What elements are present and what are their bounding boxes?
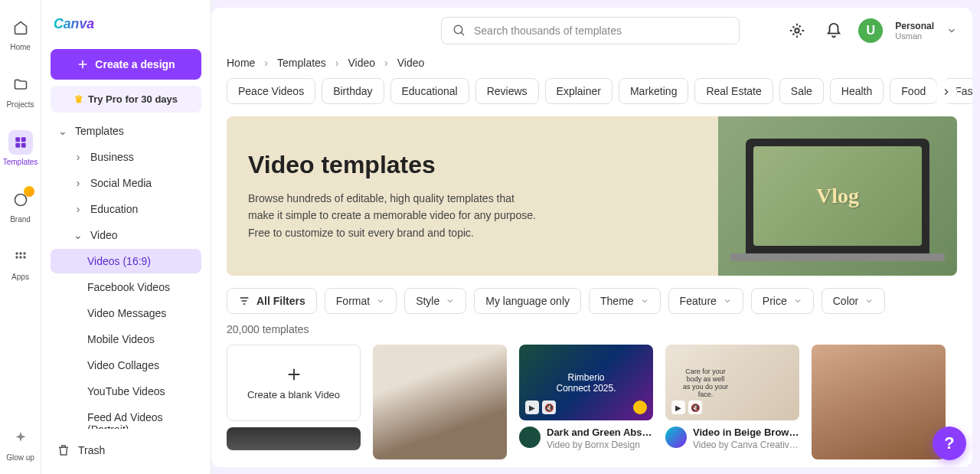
filter-feature[interactable]: Feature (668, 288, 743, 314)
template-card-beige[interactable]: Care for your body as well as you do you… (665, 345, 799, 459)
tree-feed-ad-videos[interactable]: Feed Ad Videos (Portrait) (51, 405, 201, 429)
chip-reviews[interactable]: Reviews (475, 78, 539, 104)
chip-explainer[interactable]: Explainer (545, 78, 612, 104)
creator-avatar (665, 427, 687, 448)
template-thumb (373, 345, 507, 459)
canva-logo[interactable]: Canva (51, 9, 201, 43)
mute-icon: 🔇 (688, 400, 702, 414)
card-title: Dark and Green Abstra... (547, 427, 653, 438)
tree-education[interactable]: ›Education (51, 197, 201, 221)
chevron-right-icon (941, 87, 952, 97)
rail-glow-label: Glow up (6, 453, 34, 462)
chevron-right-icon: › (72, 151, 84, 163)
tree-business[interactable]: ›Business (51, 145, 201, 169)
tree-video[interactable]: ⌄Video (51, 223, 201, 247)
category-chips: Peace Videos Birthday Educational Review… (211, 78, 972, 116)
chevron-right-icon: › (384, 57, 388, 69)
template-card-dark[interactable]: Rimberio Connect 2025. ▶🔇 Dark and Green… (519, 345, 653, 459)
card-creator: Video by Canva Creative St... (693, 440, 799, 450)
chevron-right-icon: › (264, 57, 268, 69)
filter-format[interactable]: Format (325, 288, 397, 314)
create-design-label: Create a design (95, 58, 175, 70)
rail-glow-up[interactable]: Glow up (0, 423, 41, 465)
home-icon (8, 15, 33, 40)
rail-home[interactable]: Home (0, 12, 41, 54)
crumb-templates[interactable]: Templates (277, 57, 326, 69)
create-blank-label: Create a blank Video (247, 389, 340, 400)
chip-educational[interactable]: Educational (390, 78, 469, 104)
chip-real-estate[interactable]: Real Estate (694, 78, 773, 104)
template-card[interactable] (373, 345, 507, 459)
tree-video-messages[interactable]: Video Messages (51, 301, 201, 325)
chevron-down-icon (793, 296, 802, 306)
notifications-button[interactable] (822, 18, 846, 43)
chip-peace-videos[interactable]: Peace Videos (227, 78, 315, 104)
tree-youtube-videos[interactable]: YouTube Videos (51, 379, 201, 404)
settings-button[interactable] (785, 18, 809, 43)
chevron-down-icon: ⌄ (57, 125, 69, 137)
gear-icon (789, 22, 805, 39)
try-pro-button[interactable]: ♛ Try Pro for 30 days (51, 86, 201, 113)
chip-birthday[interactable]: Birthday (322, 78, 384, 104)
search-box[interactable] (441, 17, 740, 44)
tree-facebook-videos[interactable]: Facebook Videos (51, 275, 201, 299)
tree-video-collages[interactable]: Video Collages (51, 353, 201, 378)
rail-apps[interactable]: Apps (0, 242, 41, 284)
template-grid: Create a blank Video Rimberio Connect 20… (211, 345, 972, 459)
premium-badge-icon (633, 400, 647, 414)
page-title: Video templates (248, 151, 697, 179)
chip-food[interactable]: Food (890, 78, 937, 104)
brand-icon (8, 188, 33, 212)
svg-point-10 (23, 256, 25, 258)
create-blank-card[interactable]: Create a blank Video (227, 345, 361, 459)
tree-social-media[interactable]: ›Social Media (51, 171, 201, 195)
chip-health[interactable]: Health (830, 78, 884, 104)
rail-projects-label: Projects (6, 100, 34, 109)
chevron-down-icon (723, 296, 732, 306)
template-card[interactable] (812, 345, 946, 459)
tree-videos-169[interactable]: Videos (16:9) (51, 249, 201, 273)
crumb-video[interactable]: Video (348, 57, 376, 69)
pro-badge-icon (24, 186, 34, 197)
svg-point-12 (454, 25, 462, 34)
rail-home-label: Home (10, 43, 31, 51)
help-button[interactable]: ? (933, 427, 966, 460)
trash-button[interactable]: Trash (51, 435, 201, 465)
filter-language[interactable]: My language only (474, 288, 581, 314)
filter-price[interactable]: Price (751, 288, 814, 314)
user-menu[interactable]: Personal Usman (895, 21, 934, 41)
tree-templates[interactable]: ⌄Templates (51, 119, 201, 143)
rail-brand[interactable]: Brand (0, 185, 41, 227)
rail-templates-label: Templates (3, 158, 38, 166)
avatar[interactable]: U (858, 18, 883, 43)
rail-projects[interactable]: Projects (0, 70, 41, 112)
apps-icon (8, 245, 33, 270)
chip-marketing[interactable]: Marketing (619, 78, 688, 104)
chevron-down-icon (864, 296, 874, 306)
crown-icon: ♛ (74, 93, 83, 105)
filter-row: All Filters Format Style My language onl… (211, 288, 972, 323)
create-design-button[interactable]: Create a design (51, 49, 201, 80)
tree-mobile-videos[interactable]: Mobile Videos (51, 327, 201, 351)
template-thumb (812, 345, 946, 459)
rail-apps-label: Apps (11, 273, 29, 281)
left-rail: Home Projects Templates Brand Apps Glow … (0, 0, 41, 474)
rail-templates[interactable]: Templates (0, 127, 41, 169)
hero-image: Vlog (718, 116, 957, 276)
filter-color[interactable]: Color (822, 288, 885, 314)
sidebar: Canva Create a design ♛ Try Pro for 30 d… (41, 0, 211, 474)
all-filters-button[interactable]: All Filters (227, 288, 317, 314)
template-thumb[interactable] (227, 427, 361, 450)
svg-point-7 (23, 252, 25, 254)
chips-scroll-right[interactable] (936, 81, 957, 103)
filter-theme[interactable]: Theme (589, 288, 661, 314)
chip-sale[interactable]: Sale (779, 78, 824, 104)
laptop-mockup: Vlog (746, 139, 929, 253)
svg-rect-1 (21, 137, 25, 142)
crumb-home[interactable]: Home (227, 57, 255, 69)
search-input[interactable] (474, 25, 728, 37)
filter-style[interactable]: Style (404, 288, 466, 314)
svg-point-8 (15, 256, 18, 258)
chevron-down-icon (640, 296, 649, 306)
crumb-video-2[interactable]: Video (397, 57, 425, 69)
